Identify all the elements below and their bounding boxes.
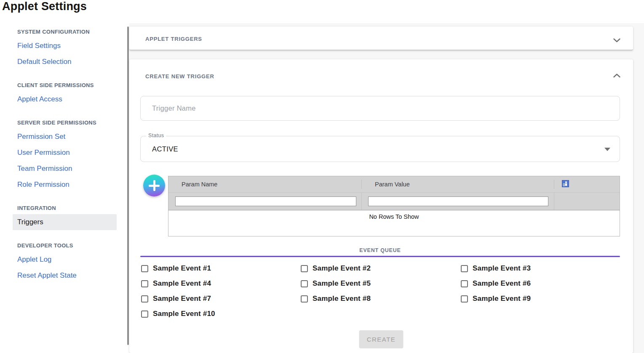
event-checkbox-item[interactable]: Sample Event #2	[301, 264, 461, 273]
chevron-down-icon[interactable]	[613, 37, 620, 44]
section-header: DEVELOPER TOOLS	[17, 240, 118, 252]
vertical-scrollbar[interactable]	[127, 27, 129, 345]
sidebar-section-server-side-permissions: SERVER SIDE PERMISSIONS Permission Set U…	[17, 117, 118, 193]
event-checkbox-item[interactable]: Sample Event #3	[461, 264, 621, 273]
checkbox-unchecked-icon[interactable]	[141, 265, 148, 272]
add-param-button[interactable]	[143, 175, 165, 196]
column-header-param-value[interactable]: Param Value	[362, 180, 554, 189]
param-table-filter-row	[168, 192, 620, 210]
event-queue-title: EVENT QUEUE	[140, 247, 620, 253]
checkbox-unchecked-icon[interactable]	[301, 295, 308, 303]
event-checkbox-item[interactable]: Sample Event #1	[141, 264, 301, 273]
sidebar-item-user-permission[interactable]: User Permission	[17, 145, 118, 161]
trigger-name-input[interactable]	[140, 96, 620, 121]
create-new-trigger-panel: CREATE NEW TRIGGER Status ACTIVE Param N…	[129, 59, 633, 353]
checkbox-unchecked-icon[interactable]	[461, 295, 468, 303]
trigger-params-section: Param Name Param Value No Rows To Show	[140, 176, 620, 236]
empty-table-message: No Rows To Show	[168, 213, 620, 220]
sidebar-item-default-selection[interactable]: Default Selection	[17, 54, 118, 70]
checkbox-unchecked-icon[interactable]	[141, 311, 148, 318]
status-select[interactable]: Status ACTIVE	[140, 136, 620, 162]
sidebar-item-applet-access[interactable]: Applet Access	[17, 91, 118, 107]
chevron-up-icon[interactable]	[613, 72, 620, 80]
status-select-label: Status	[146, 133, 166, 138]
param-value-filter-input[interactable]	[368, 196, 548, 206]
event-checkbox-item[interactable]: Sample Event #4	[141, 279, 301, 288]
event-label: Sample Event #10	[153, 310, 215, 318]
param-table-header: Param Name Param Value	[168, 176, 620, 192]
create-button[interactable]: CREATE	[359, 330, 404, 348]
panel-title: CREATE NEW TRIGGER	[145, 73, 214, 80]
panel-title: APPLET TRIGGERS	[145, 36, 202, 42]
event-label: Sample Event #4	[153, 279, 211, 288]
sidebar-item-applet-log[interactable]: Applet Log	[17, 252, 118, 268]
section-header: INTEGRATION	[17, 202, 118, 214]
caret-down-icon	[604, 148, 610, 151]
page-title: Applet Settings	[2, 0, 87, 13]
section-header: SYSTEM CONFIGURATION	[17, 26, 118, 38]
checkbox-unchecked-icon[interactable]	[301, 280, 308, 287]
checkbox-unchecked-icon[interactable]	[461, 265, 468, 272]
applet-triggers-panel[interactable]: APPLET TRIGGERS	[129, 27, 633, 50]
event-label: Sample Event #9	[473, 295, 531, 303]
section-header: SERVER SIDE PERMISSIONS	[17, 117, 118, 129]
param-table: Param Name Param Value No Rows To Show	[168, 176, 620, 236]
event-label: Sample Event #2	[313, 264, 371, 273]
event-queue-divider	[140, 256, 620, 257]
event-label: Sample Event #5	[313, 279, 371, 288]
sidebar-section-integration: INTEGRATION Triggers	[17, 202, 118, 230]
sidebar-item-team-permission[interactable]: Team Permission	[17, 161, 118, 177]
sidebar-section-system-configuration: SYSTEM CONFIGURATION Field Settings Defa…	[17, 26, 118, 70]
event-checkbox-item[interactable]: Sample Event #5	[301, 279, 461, 288]
checkbox-unchecked-icon[interactable]	[141, 295, 148, 303]
param-name-filter-input[interactable]	[175, 196, 356, 206]
sidebar-section-client-side-permissions: CLIENT SIDE PERMISSIONS Applet Access	[17, 80, 118, 107]
event-label: Sample Event #6	[473, 279, 531, 288]
event-checkbox-item[interactable]: Sample Event #7	[141, 295, 301, 303]
sidebar-item-permission-set[interactable]: Permission Set	[17, 129, 118, 145]
column-header-actions	[554, 180, 620, 189]
event-checkbox-item[interactable]: Sample Event #10	[141, 310, 301, 318]
event-label: Sample Event #7	[153, 295, 211, 303]
event-queue-list: Sample Event #1 Sample Event #2 Sample E…	[141, 264, 621, 318]
param-table-body: No Rows To Show	[168, 210, 620, 236]
event-label: Sample Event #3	[473, 264, 531, 273]
checkbox-unchecked-icon[interactable]	[301, 265, 308, 272]
sidebar-item-field-settings[interactable]: Field Settings	[17, 38, 118, 54]
event-checkbox-item[interactable]: Sample Event #6	[461, 279, 621, 288]
sidebar-section-developer-tools: DEVELOPER TOOLS Applet Log Reset Applet …	[17, 240, 118, 284]
section-header: CLIENT SIDE PERMISSIONS	[17, 80, 118, 91]
column-header-param-name[interactable]: Param Name	[168, 180, 362, 189]
checkbox-unchecked-icon[interactable]	[141, 280, 148, 287]
sidebar-item-role-permission[interactable]: Role Permission	[17, 177, 118, 193]
event-checkbox-item[interactable]: Sample Event #9	[461, 295, 621, 303]
event-label: Sample Event #1	[153, 264, 211, 273]
event-checkbox-item[interactable]: Sample Event #8	[301, 295, 461, 303]
settings-sidebar: SYSTEM CONFIGURATION Field Settings Defa…	[17, 26, 118, 293]
delete-entry-icon	[562, 180, 569, 190]
sidebar-item-triggers[interactable]: Triggers	[13, 214, 117, 230]
event-label: Sample Event #8	[313, 295, 371, 303]
checkbox-unchecked-icon[interactable]	[461, 280, 468, 287]
status-select-value: ACTIVE	[152, 145, 178, 153]
sidebar-item-reset-applet-state[interactable]: Reset Applet State	[17, 268, 118, 284]
